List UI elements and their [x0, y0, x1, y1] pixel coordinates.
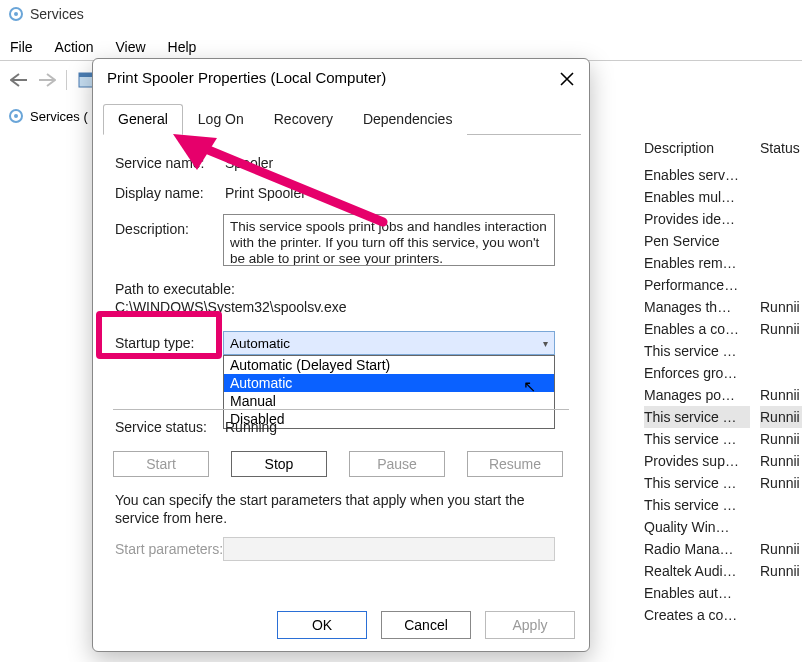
svg-point-5 — [14, 114, 18, 118]
label-display-name: Display name: — [115, 185, 204, 201]
table-cell-desc[interactable]: Pen Service — [644, 230, 750, 252]
label-description: Description: — [115, 221, 189, 237]
menu-view[interactable]: View — [115, 39, 145, 55]
stop-button[interactable]: Stop — [231, 451, 327, 477]
apply-button[interactable]: Apply — [485, 611, 575, 639]
table-cell-desc[interactable]: This service … — [644, 428, 750, 450]
header-status[interactable]: Status — [760, 140, 802, 162]
startup-type-options: Automatic (Delayed Start) Automatic Manu… — [223, 355, 555, 429]
option-automatic-delayed[interactable]: Automatic (Delayed Start) — [224, 356, 554, 374]
start-button[interactable]: Start — [113, 451, 209, 477]
table-cell-status[interactable] — [760, 252, 802, 274]
table-cell-desc[interactable]: This service … — [644, 494, 750, 516]
tab-recovery[interactable]: Recovery — [259, 104, 348, 135]
tab-general[interactable]: General — [103, 104, 183, 135]
table-cell-status[interactable] — [760, 208, 802, 230]
window-titlebar: Services — [0, 0, 802, 28]
table-cell-status[interactable]: Runnii — [760, 296, 802, 318]
header-description[interactable]: Description — [644, 140, 750, 162]
menu-action[interactable]: Action — [55, 39, 94, 55]
toolbar-separator — [66, 70, 67, 90]
table-cell-desc[interactable]: This service … — [644, 472, 750, 494]
svg-line-8 — [189, 142, 383, 222]
table-cell-desc[interactable]: Enables aut… — [644, 582, 750, 604]
tree-root[interactable]: Services ( — [8, 104, 88, 128]
table-cell-desc[interactable]: Performance… — [644, 274, 750, 296]
value-service-status: Running — [225, 419, 277, 435]
startup-type-dropdown[interactable]: Automatic ▾ — [223, 331, 555, 355]
table-cell-desc[interactable]: Provides sup… — [644, 450, 750, 472]
option-manual[interactable]: Manual — [224, 392, 554, 410]
gear-icon — [8, 6, 24, 22]
forward-button[interactable] — [34, 67, 60, 93]
table-cell-status[interactable] — [760, 516, 802, 538]
chevron-down-icon: ▾ — [543, 338, 548, 349]
service-desc-column: Enables serv…Enables mul…Provides ide…Pe… — [644, 164, 750, 626]
table-cell-status[interactable]: Runnii — [760, 384, 802, 406]
table-cell-desc[interactable]: Enforces gro… — [644, 362, 750, 384]
tabstrip: General Log On Recovery Dependencies — [103, 103, 581, 135]
table-cell-desc[interactable]: Radio Mana… — [644, 538, 750, 560]
table-cell-status[interactable]: Runnii — [760, 406, 802, 428]
ok-button[interactable]: OK — [277, 611, 367, 639]
value-display-name: Print Spooler — [225, 185, 306, 201]
table-cell-status[interactable]: Runnii — [760, 472, 802, 494]
table-cell-status[interactable] — [760, 340, 802, 362]
table-cell-status[interactable] — [760, 186, 802, 208]
back-button[interactable] — [6, 67, 32, 93]
table-cell-desc[interactable]: This service … — [644, 340, 750, 362]
table-cell-status[interactable]: Runnii — [760, 428, 802, 450]
tree-root-label: Services ( — [30, 109, 88, 124]
table-cell-desc[interactable]: This service … — [644, 406, 750, 428]
service-status-column: RunniiRunniiRunniiRunniiRunniiRunniiRunn… — [760, 164, 802, 626]
cancel-button[interactable]: Cancel — [381, 611, 471, 639]
table-cell-desc[interactable]: Enables mul… — [644, 186, 750, 208]
table-cell-desc[interactable]: Enables serv… — [644, 164, 750, 186]
table-cell-desc[interactable]: Manages th… — [644, 296, 750, 318]
table-cell-desc[interactable]: Manages po… — [644, 384, 750, 406]
table-cell-status[interactable]: Runnii — [760, 318, 802, 340]
svg-rect-3 — [79, 73, 93, 77]
table-cell-desc[interactable]: Creates a co… — [644, 604, 750, 626]
table-cell-desc[interactable]: Enables a co… — [644, 318, 750, 340]
resume-button[interactable]: Resume — [467, 451, 563, 477]
value-service-name: Spooler — [225, 155, 273, 171]
table-cell-desc[interactable]: Quality Win… — [644, 516, 750, 538]
label-start-parameters: Start parameters: — [115, 541, 223, 557]
table-cell-status[interactable]: Runnii — [760, 538, 802, 560]
close-button[interactable] — [555, 67, 579, 91]
table-cell-desc[interactable]: Enables rem… — [644, 252, 750, 274]
label-service-name: Service name: — [115, 155, 204, 171]
startup-type-value: Automatic — [230, 336, 290, 351]
label-service-status: Service status: — [115, 419, 207, 435]
divider — [113, 409, 569, 410]
table-cell-status[interactable] — [760, 362, 802, 384]
start-parameters-input — [223, 537, 555, 561]
table-cell-status[interactable] — [760, 604, 802, 626]
hint-text: You can specify the start parameters tha… — [115, 491, 565, 527]
description-box[interactable]: This service spools print jobs and handl… — [223, 214, 555, 266]
table-cell-status[interactable] — [760, 274, 802, 296]
properties-dialog: Print Spooler Properties (Local Computer… — [92, 58, 590, 652]
table-cell-status[interactable] — [760, 494, 802, 516]
window-title: Services — [30, 6, 84, 22]
option-automatic[interactable]: Automatic — [224, 374, 554, 392]
table-cell-status[interactable] — [760, 230, 802, 252]
gear-icon — [8, 108, 24, 124]
table-cell-status[interactable]: Runnii — [760, 560, 802, 582]
table-cell-status[interactable] — [760, 582, 802, 604]
label-startup-type: Startup type: — [115, 335, 194, 351]
tab-logon[interactable]: Log On — [183, 104, 259, 135]
menu-bar: File Action View Help — [0, 36, 802, 58]
table-cell-status[interactable]: Runnii — [760, 450, 802, 472]
dialog-button-row: OK Cancel Apply — [277, 611, 575, 639]
menu-file[interactable]: File — [10, 39, 33, 55]
table-cell-desc[interactable]: Provides ide… — [644, 208, 750, 230]
table-cell-status[interactable] — [760, 164, 802, 186]
value-path: C:\WINDOWS\System32\spoolsv.exe — [115, 299, 347, 315]
tab-dependencies[interactable]: Dependencies — [348, 104, 468, 135]
menu-help[interactable]: Help — [168, 39, 197, 55]
pause-button[interactable]: Pause — [349, 451, 445, 477]
table-cell-desc[interactable]: Realtek Audi… — [644, 560, 750, 582]
svg-point-1 — [14, 12, 18, 16]
